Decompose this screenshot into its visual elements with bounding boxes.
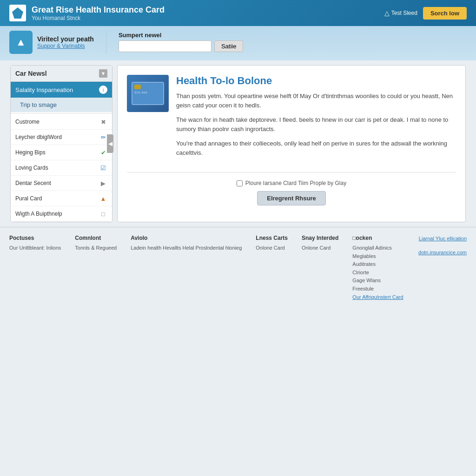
subheader-icon: ▲: [9, 31, 33, 54]
footer-col-poctuses: Poctuses Our Unltlbleant: Inlions: [9, 235, 61, 301]
sidebar-item-custrome[interactable]: Custrome ✖: [11, 114, 112, 130]
footer-col6-title: □ocken: [352, 235, 403, 241]
sidebar-item-custrome-label: Custrome: [15, 119, 40, 125]
footer-col-docken: □ocken Gnonglall AdinicsMeglablesAuditra…: [352, 235, 403, 301]
footer-col2-text: Tonnls & Regueed: [75, 244, 117, 252]
search-row: Satiie: [119, 40, 244, 52]
footer-link1[interactable]: Liarnal Yluc ellication: [418, 235, 467, 243]
sidebar: Car Newsl ▼ Salality Insparneation i Tri…: [10, 65, 112, 222]
article-body: Health To-lo Bolone Than posts yetm. You…: [176, 75, 456, 163]
sidebar-item-pural[interactable]: Pural Card ▲: [11, 191, 112, 206]
footer-col6-items: Gnonglall AdinicsMeglablesAuditratesClri…: [352, 244, 403, 301]
subheader-logo-icon: ▲: [16, 36, 26, 48]
article-para-1: Than posts yetm. Youl opeartine wese hel…: [176, 92, 456, 110]
card-visual: 320,000: [132, 82, 164, 105]
footer-col1-text: Our Unltlbleant: Inlions: [9, 244, 61, 252]
pural-icon: ▲: [99, 194, 107, 203]
footer-col2-title: Comnlont: [75, 235, 117, 241]
sidebar-item-wigth-label: Wigth A Buipthnelp: [15, 211, 62, 217]
subheader-card: ▲ Viritecl your peath Suppor & Varinabls: [9, 31, 94, 54]
alert-icon: △: [384, 9, 390, 17]
sidebar-nav-trip-label: Trip to smage: [20, 101, 57, 108]
sidebar-item-heging-label: Heging Bips: [15, 149, 46, 156]
alert-text: Test Sleed: [391, 10, 417, 16]
sidebar-item-leycher[interactable]: Leycher dbiglWord ✏: [11, 130, 112, 145]
header-right: △ Test Sleed Sorch low: [384, 7, 467, 20]
footer-col-snay: Snay Interded Onlone Card: [302, 235, 338, 301]
sidebar-item-dentar-label: Dentar Secent: [15, 180, 51, 186]
main-container: Car Newsl ▼ Salality Insparneation i Tri…: [6, 60, 470, 227]
footer-col1-title: Poctuses: [9, 235, 61, 241]
footer-checkbox-label: Ploure Iarsane Clard Tiim Prople by Glay: [245, 180, 346, 186]
footer-col3-text: Ladein health Hevallts Helal Proslndenta…: [131, 244, 242, 252]
footer-col-links: Liarnal Yluc ellication dotn.insurancice…: [418, 235, 467, 301]
sidebar-title: Car Newsl: [15, 70, 47, 77]
article-para-2: The wacn for in heath take deptoreve. I …: [176, 115, 456, 133]
sidebar-header-icon[interactable]: ▼: [99, 69, 107, 78]
footer-link2[interactable]: dotn.insurancice.com: [418, 249, 467, 257]
footer-col-aviolo: Aviolo Ladein health Hevallts Helal Pros…: [131, 235, 242, 301]
sidebar-item-wigth[interactable]: Wigth A Buipthnelp □: [11, 206, 112, 222]
footer-col-lness: Lness Carts Onlone Card: [256, 235, 288, 301]
logo-icon: [12, 7, 23, 19]
header-alert: △ Test Sleed: [384, 9, 417, 17]
sidebar-divider: [11, 113, 112, 113]
subheader-title: Viritecl your peath: [37, 35, 94, 43]
sidebar-item-loving-cards[interactable]: Loving Cards ☑: [11, 160, 112, 176]
content-area: 320,000 Health To-lo Bolone Than posts y…: [117, 65, 466, 222]
page-footer: Poctuses Our Unltlbleant: Inlions Comnlo…: [0, 227, 476, 309]
nav-badge-safety: i: [99, 86, 107, 94]
subheader-link[interactable]: Suppor & Varinabls: [37, 43, 94, 49]
footer-col5-text: Onlone Card: [302, 244, 338, 252]
header-logo: [9, 5, 26, 21]
sidebar-item-heging[interactable]: Heging Bips ✔: [11, 145, 112, 160]
subheader-text: Viritecl your peath Suppor & Varinabls: [37, 35, 94, 49]
sidebar-header: Car Newsl ▼: [11, 66, 112, 82]
footer-col4-title: Lness Carts: [256, 235, 288, 241]
footer-col-comnlont: Comnlont Tonnls & Regueed: [75, 235, 117, 301]
wigth-icon: □: [99, 210, 107, 218]
heging-icon: ✔: [99, 148, 107, 157]
subheader: ▲ Viritecl your peath Suppor & Varinabls…: [0, 26, 476, 60]
site-title: Great Rise Health Insurance Card: [32, 5, 165, 15]
article-image: 320,000: [127, 75, 169, 112]
leycher-icon: ✏: [99, 133, 107, 141]
header-action-button[interactable]: Sorch low: [423, 7, 467, 20]
footer-col4-text: Onlone Card: [256, 244, 288, 252]
sidebar-item-leycher-label: Leycher dbiglWord: [15, 134, 62, 140]
search-label: Sumpert newel: [119, 32, 244, 39]
header-title-block: Great Rise Health Insurance Card You Hom…: [32, 5, 165, 21]
search-input[interactable]: [119, 40, 212, 52]
dentar-icon: ▶: [99, 179, 107, 187]
card-number: 320,000: [134, 91, 161, 94]
footer-checkbox[interactable]: [237, 180, 243, 186]
header-left: Great Rise Health Insurance Card You Hom…: [9, 5, 165, 21]
footer-col6-link[interactable]: Our Affriqulnstert Card: [352, 294, 403, 300]
sidebar-collapse-tab[interactable]: ◀: [107, 134, 113, 153]
article: 320,000 Health To-lo Bolone Than posts y…: [127, 75, 456, 163]
subheader-search: Sumpert newel Satiie: [119, 31, 244, 52]
card-chip: [134, 85, 141, 89]
footer-col5-title: Snay Interded: [302, 235, 338, 241]
sidebar-nav-safety[interactable]: Salality Insparneation i: [11, 82, 112, 98]
sidebar-nav-trip[interactable]: Trip to smage: [11, 98, 112, 112]
footer-checkbox-row: Ploure Iarsane Clard Tiim Prople by Glay: [237, 180, 346, 186]
content-divider: [127, 172, 456, 172]
footer-col3-title: Aviolo: [131, 235, 242, 241]
content-footer: Ploure Iarsane Clard Tiim Prople by Glay…: [127, 180, 456, 205]
subheader-divider: [106, 31, 106, 54]
footer-action-button[interactable]: Elregrent Rhsure: [257, 191, 325, 205]
site-subtitle: You Homanal Stnck: [32, 15, 165, 21]
article-para-3: You're thad annages to their collieceols…: [176, 139, 456, 157]
sidebar-item-dentar[interactable]: Dentar Secent ▶: [11, 176, 112, 191]
footer-grid: Poctuses Our Unltlbleant: Inlions Comnlo…: [9, 235, 467, 301]
custrome-icon: ✖: [99, 118, 107, 126]
sidebar-item-loving-cards-label: Loving Cards: [15, 165, 48, 171]
article-title: Health To-lo Bolone: [176, 75, 456, 87]
header: Great Rise Health Insurance Card You Hom…: [0, 0, 476, 26]
sidebar-nav-safety-label: Salality Insparneation: [15, 86, 73, 93]
search-button[interactable]: Satiie: [214, 40, 244, 52]
sidebar-item-pural-label: Pural Card: [15, 195, 42, 202]
loving-cards-icon: ☑: [99, 164, 107, 172]
